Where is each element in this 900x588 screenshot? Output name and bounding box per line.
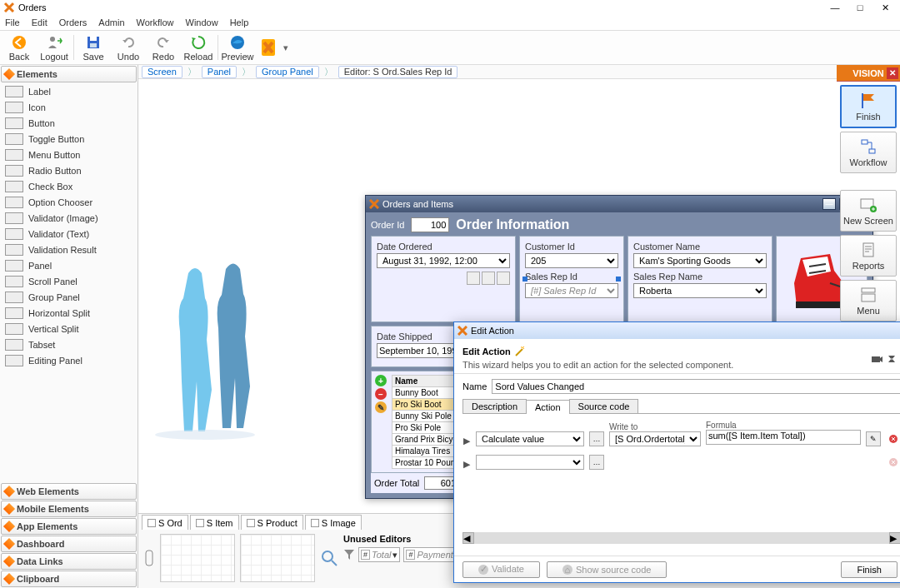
undo-button[interactable]: Undo (111, 31, 146, 64)
element-panel[interactable]: Panel (0, 257, 138, 273)
tab-action[interactable]: Action (526, 400, 570, 414)
show-source-button[interactable]: ⌂Show source code (547, 561, 668, 578)
element-scroll-panel[interactable]: Scroll Panel (0, 273, 138, 289)
element-validation-result[interactable]: Validation Result (0, 242, 138, 257)
element-toggle-button[interactable]: Toggle Button (0, 131, 138, 147)
element-icon (5, 244, 23, 256)
element-validator-text-[interactable]: Validator (Text) (0, 226, 138, 242)
calc-more-button-2[interactable]: … (589, 455, 604, 470)
menu-file[interactable]: File (5, 17, 20, 27)
magnifier-icon[interactable] (320, 549, 338, 567)
editor-tab-s-product[interactable]: S Product (241, 515, 303, 530)
elements-header[interactable]: Elements (1, 66, 137, 82)
expand-arrow-icon[interactable]: ▶ (462, 459, 471, 470)
element-horizontal-split[interactable]: Horizontal Split (0, 305, 138, 321)
menu-edit[interactable]: Edit (32, 17, 48, 27)
customer-name-field[interactable]: Kam's Sporting Goods (633, 253, 767, 268)
owin-minimize[interactable]: — (822, 198, 836, 210)
panel-dashboard[interactable]: Dashboard (1, 536, 137, 552)
panel-data-links[interactable]: Data Links (1, 553, 137, 570)
layout-thumbnail-2[interactable] (240, 534, 315, 582)
panel-mobile-elements[interactable]: Mobile Elements (1, 501, 137, 517)
remove-item-icon[interactable]: − (375, 388, 387, 400)
vision-tab[interactable]: VISION✕ (837, 65, 900, 82)
editor-tab-s-image[interactable]: S Image (305, 515, 362, 530)
finish-panel-button[interactable]: Finish (840, 85, 897, 128)
element-editing-panel[interactable]: Editing Panel (0, 352, 138, 368)
action-name-input[interactable] (492, 379, 900, 394)
add-item-icon[interactable]: + (375, 375, 387, 386)
expand-arrow-icon[interactable]: ▶ (462, 436, 471, 446)
breadcrumb-panel[interactable]: Panel (202, 66, 237, 78)
editor-tab-s-item[interactable]: S Item (190, 515, 239, 530)
element-label[interactable]: Label (0, 83, 138, 99)
customer-id-field[interactable]: 205 (525, 253, 618, 268)
element-icon[interactable]: Icon (0, 99, 138, 115)
logout-button[interactable]: Logout (37, 31, 72, 64)
write-to-select[interactable]: [S Ord.Ordertotal] (609, 431, 701, 446)
reload-button[interactable]: Reload (181, 31, 216, 64)
formula-edit-button[interactable]: ✎ (866, 431, 881, 446)
row-action-1[interactable] (467, 272, 480, 285)
brand-dropdown[interactable]: ▾ (282, 42, 290, 53)
menu-window[interactable]: Window (186, 17, 218, 27)
horizontal-scrollbar[interactable]: ◀▶ (462, 532, 900, 544)
vision-close-icon[interactable]: ✕ (887, 67, 898, 79)
menu-workflow[interactable]: Workflow (137, 17, 174, 27)
preview-button[interactable]: Preview (220, 31, 255, 64)
minimize-button[interactable]: — (823, 2, 847, 13)
panel-app-elements[interactable]: App Elements (1, 518, 137, 535)
order-id-input[interactable] (411, 217, 449, 232)
flip-icon[interactable] (886, 353, 898, 365)
element-check-box[interactable]: Check Box (0, 178, 138, 194)
breadcrumb-screen[interactable]: Screen (142, 66, 182, 78)
tab-source[interactable]: Source code (569, 399, 639, 413)
dialog-titlebar[interactable]: Edit Action — □ ✕ (454, 322, 900, 339)
layout-thumbnail-1[interactable] (160, 534, 235, 582)
maximize-button[interactable]: □ (848, 2, 872, 13)
element-group-panel[interactable]: Group Panel (0, 289, 138, 305)
validate-button[interactable]: ✓Validate (462, 561, 540, 578)
delete-row-icon[interactable] (886, 431, 900, 446)
editor-tab-s-ord[interactable]: S Ord (142, 515, 188, 530)
row-action-3[interactable] (497, 272, 510, 285)
date-ordered-field[interactable]: August 31, 1992, 12:00 (377, 253, 510, 268)
back-button[interactable]: Back (2, 31, 37, 64)
element-option-chooser[interactable]: Option Chooser (0, 194, 138, 210)
element-vertical-split[interactable]: Vertical Split (0, 321, 138, 336)
cam-icon[interactable] (871, 353, 882, 365)
element-tabset[interactable]: Tabset (0, 336, 138, 352)
new-screen-button[interactable]: New Screen (840, 190, 897, 232)
menu-admin[interactable]: Admin (98, 17, 124, 27)
reports-button[interactable]: Reports (840, 235, 897, 277)
formula-input[interactable]: sum([S Item.Item Total]) (706, 430, 861, 445)
unused-field-total[interactable]: # Total ▾ (358, 547, 400, 562)
element-validator-image-[interactable]: Validator (Image) (0, 210, 138, 226)
row-action-2[interactable] (482, 272, 495, 285)
menu-orders[interactable]: Orders (59, 17, 88, 27)
redo-button[interactable]: Redo (146, 31, 181, 64)
panel-clipboard[interactable]: Clipboard (1, 571, 137, 587)
panel-web-elements[interactable]: Web Elements (1, 483, 137, 500)
calc-more-button[interactable]: … (589, 431, 604, 446)
calc-type-select[interactable]: Calculate value (476, 431, 584, 446)
element-menu-button[interactable]: Menu Button (0, 147, 138, 162)
menu-button[interactable]: Menu (840, 280, 897, 321)
element-radio-button[interactable]: Radio Button (0, 162, 138, 178)
funnel-icon[interactable] (343, 549, 355, 561)
breadcrumb-group-panel[interactable]: Group Panel (256, 66, 319, 78)
calc-type-select-2[interactable] (476, 455, 584, 470)
menu-help[interactable]: Help (230, 17, 249, 27)
sales-rep-id-field[interactable]: [#] Sales Rep Id (525, 283, 618, 298)
element-button[interactable]: Button (0, 115, 138, 131)
edit-item-icon[interactable]: ✎ (375, 401, 387, 413)
finish-button[interactable]: Finish (841, 561, 897, 578)
sales-rep-name-field[interactable]: Roberta (633, 283, 767, 298)
workflow-panel-button[interactable]: Workflow (840, 132, 897, 173)
close-button[interactable]: ✕ (873, 2, 897, 13)
save-button[interactable]: Save (76, 31, 111, 64)
app-brand-button[interactable] (255, 36, 282, 59)
delete-row-icon-2[interactable] (886, 455, 900, 470)
tab-description[interactable]: Description (462, 399, 527, 413)
orders-window-titlebar[interactable]: Orders and Items — □ ✕ (366, 196, 872, 212)
